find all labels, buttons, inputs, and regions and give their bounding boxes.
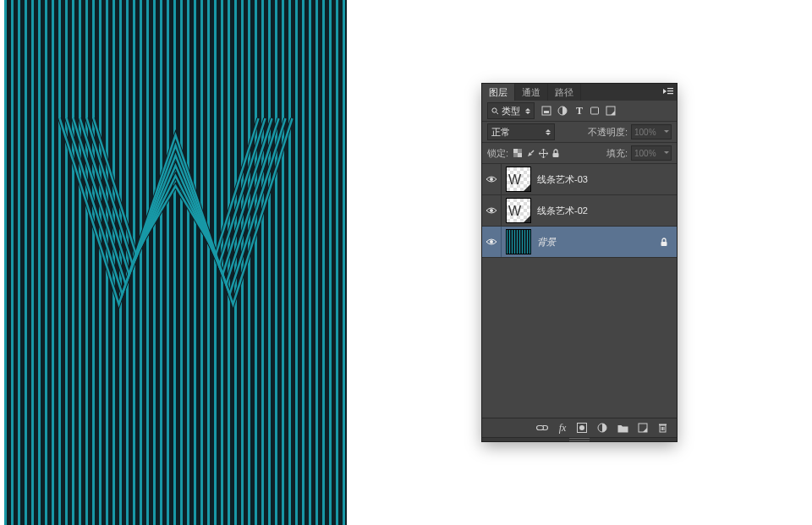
new-group-icon[interactable] — [617, 424, 629, 433]
layer-row[interactable]: W 线条艺术-02 — [482, 195, 677, 227]
tab-channels[interactable]: 通道 — [515, 84, 548, 101]
lock-icon — [660, 238, 672, 247]
blend-mode-value: 正常 — [491, 126, 510, 139]
shape-filter-icon[interactable] — [590, 106, 601, 116]
new-adjustment-icon[interactable] — [597, 423, 609, 433]
layer-thumbnail[interactable]: W — [507, 167, 530, 191]
svg-rect-6 — [544, 111, 549, 113]
svg-rect-15 — [553, 153, 559, 157]
eye-icon — [486, 175, 497, 183]
document-canvas[interactable] — [4, 0, 347, 525]
layer-name[interactable]: 线条艺术-02 — [537, 205, 672, 217]
eye-icon — [486, 206, 497, 215]
svg-rect-12 — [518, 149, 522, 153]
add-mask-icon[interactable] — [577, 423, 589, 433]
smart-object-badge-icon — [523, 183, 530, 191]
opacity-label: 不透明度: — [588, 126, 628, 139]
svg-point-16 — [490, 178, 493, 181]
svg-point-18 — [490, 240, 493, 243]
opacity-value: 100% — [634, 128, 656, 137]
eye-icon — [486, 238, 497, 246]
svg-point-3 — [492, 107, 497, 112]
chevron-updown-icon — [546, 129, 551, 135]
svg-rect-1 — [667, 90, 673, 91]
lock-pixels-icon[interactable] — [526, 149, 535, 158]
layer-fx-icon[interactable]: fx — [557, 422, 568, 435]
type-filter-icon[interactable]: T — [573, 105, 585, 117]
lock-options-row: 锁定: 填充: 100% — [482, 143, 677, 164]
opacity-spinner[interactable]: 100% — [631, 124, 672, 139]
blend-options-row: 正常 不透明度: 100% — [482, 122, 677, 143]
panel-resize-grip[interactable] — [482, 437, 677, 441]
panel-footer: fx — [482, 418, 677, 437]
svg-rect-11 — [518, 153, 522, 157]
layer-filter-row: 类型 T — [482, 101, 677, 122]
svg-rect-2 — [667, 93, 673, 94]
filter-kind-label: 类型 — [502, 105, 520, 118]
link-layers-icon[interactable] — [536, 424, 548, 432]
adjustment-filter-icon[interactable] — [557, 106, 569, 116]
smart-object-badge-icon — [523, 215, 530, 222]
layer-row[interactable]: 背景 — [482, 227, 677, 258]
svg-rect-19 — [661, 242, 667, 246]
pixel-filter-icon[interactable] — [541, 106, 553, 116]
layer-row[interactable]: W 线条艺术-03 — [482, 164, 677, 195]
layer-thumbnail[interactable]: W — [507, 199, 530, 222]
visibility-toggle[interactable] — [482, 164, 502, 194]
visibility-toggle[interactable] — [482, 227, 502, 257]
layer-thumbnail[interactable] — [507, 230, 530, 254]
svg-point-17 — [490, 209, 493, 212]
layers-list: W 线条艺术-03 W 线条艺术-02 — [482, 164, 677, 418]
svg-rect-0 — [667, 88, 673, 89]
lock-all-icon[interactable] — [551, 149, 560, 158]
fill-label: 填充: — [606, 147, 628, 160]
svg-rect-8 — [591, 107, 599, 114]
layers-panel: 图层 通道 路径 类型 — [482, 84, 677, 441]
svg-rect-13 — [513, 153, 518, 157]
filter-kind-dropdown[interactable]: 类型 — [487, 102, 535, 119]
svg-rect-10 — [513, 149, 518, 153]
search-icon — [491, 107, 499, 115]
chevron-updown-icon — [525, 108, 530, 114]
layer-name[interactable]: 线条艺术-03 — [537, 173, 672, 186]
w-artwork — [51, 110, 300, 330]
fill-spinner[interactable]: 100% — [631, 145, 672, 161]
tab-paths[interactable]: 路径 — [548, 84, 581, 101]
svg-point-21 — [579, 425, 584, 430]
blend-mode-dropdown[interactable]: 正常 — [487, 123, 555, 140]
lock-transparency-icon[interactable] — [513, 149, 523, 158]
panel-tab-bar: 图层 通道 路径 — [482, 84, 677, 101]
new-layer-icon[interactable] — [638, 423, 650, 433]
tab-layers[interactable]: 图层 — [482, 84, 515, 101]
svg-line-14 — [531, 150, 534, 153]
svg-line-4 — [497, 112, 499, 114]
svg-rect-25 — [659, 424, 667, 426]
fill-value: 100% — [634, 149, 656, 158]
panel-menu-icon[interactable] — [663, 87, 673, 96]
lock-label: 锁定: — [487, 147, 508, 160]
layer-name[interactable]: 背景 — [537, 236, 660, 249]
delete-layer-icon[interactable] — [658, 423, 670, 433]
smart-filter-icon[interactable] — [606, 106, 617, 116]
lock-position-icon[interactable] — [539, 149, 548, 158]
visibility-toggle[interactable] — [482, 195, 502, 226]
